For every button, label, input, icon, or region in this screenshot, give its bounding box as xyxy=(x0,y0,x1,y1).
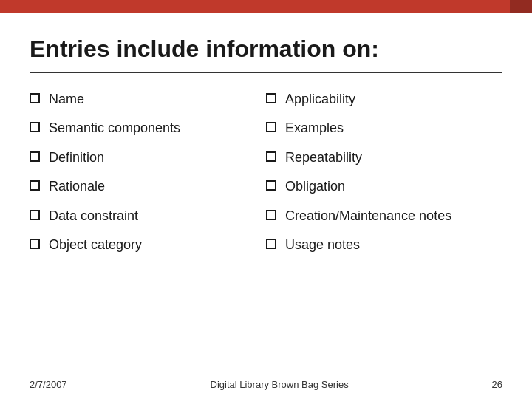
list-item: Usage notes xyxy=(266,236,502,253)
bullet-icon xyxy=(30,210,40,220)
item-text: Obligation xyxy=(285,178,345,195)
footer-center: Digital Library Brown Bag Series xyxy=(211,379,349,390)
bullet-icon xyxy=(266,93,276,103)
item-text: Creation/Maintenance notes xyxy=(285,208,451,225)
top-bar xyxy=(0,0,532,13)
bullet-icon xyxy=(266,180,276,191)
bullet-icon xyxy=(30,151,40,162)
item-text: Definition xyxy=(49,149,104,166)
list-item: Definition xyxy=(30,149,266,166)
bullet-icon xyxy=(30,93,40,103)
left-column: NameSemantic componentsDefinitionRationa… xyxy=(30,91,266,265)
bullet-icon xyxy=(266,151,276,162)
footer: 2/7/2007 Digital Library Brown Bag Serie… xyxy=(30,379,502,390)
slide-title: Entries include information on: xyxy=(30,35,502,63)
item-text: Examples xyxy=(285,120,344,137)
list-item: Obligation xyxy=(266,178,502,195)
list-item: Semantic components xyxy=(30,120,266,137)
list-item: Applicability xyxy=(266,91,502,108)
item-text: Object category xyxy=(49,236,142,253)
title-divider xyxy=(30,72,502,73)
slide-content: Entries include information on: NameSema… xyxy=(0,13,532,399)
item-text: Semantic components xyxy=(49,120,180,137)
bullet-icon xyxy=(266,210,276,220)
corner-box xyxy=(510,0,532,13)
footer-date: 2/7/2007 xyxy=(30,379,67,390)
list-item: Examples xyxy=(266,120,502,137)
list-item: Creation/Maintenance notes xyxy=(266,208,502,225)
footer-page: 26 xyxy=(492,379,502,390)
item-text: Repeatability xyxy=(285,149,362,166)
item-text: Applicability xyxy=(285,91,355,108)
bullet-icon xyxy=(266,239,276,249)
bullet-icon xyxy=(30,239,40,249)
item-text: Usage notes xyxy=(285,236,360,253)
list-item: Object category xyxy=(30,236,266,253)
bullet-icon xyxy=(30,122,40,132)
list-item: Repeatability xyxy=(266,149,502,166)
list-item: Rationale xyxy=(30,178,266,195)
right-column: ApplicabilityExamplesRepeatabilityObliga… xyxy=(266,91,502,265)
bullet-icon xyxy=(266,122,276,132)
item-text: Rationale xyxy=(49,178,105,195)
list-item: Data constraint xyxy=(30,208,266,225)
bullet-icon xyxy=(30,180,40,191)
item-text: Name xyxy=(49,91,84,108)
columns-wrapper: NameSemantic componentsDefinitionRationa… xyxy=(30,91,502,265)
item-text: Data constraint xyxy=(49,208,138,225)
list-item: Name xyxy=(30,91,266,108)
